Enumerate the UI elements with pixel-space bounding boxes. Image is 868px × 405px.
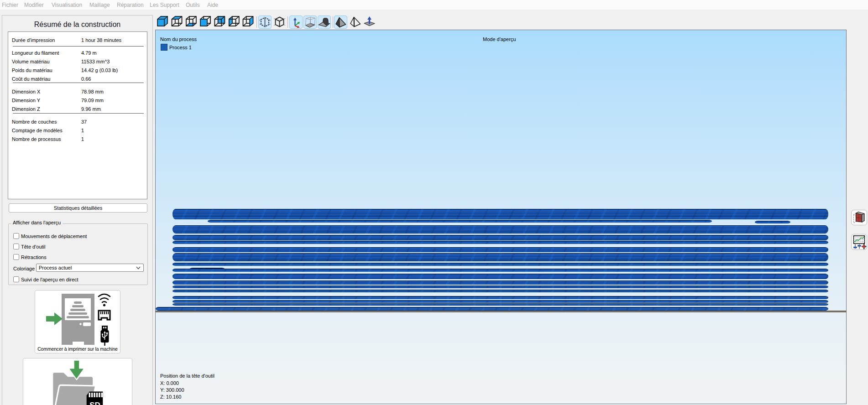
svg-text:SD: SD <box>89 401 100 405</box>
